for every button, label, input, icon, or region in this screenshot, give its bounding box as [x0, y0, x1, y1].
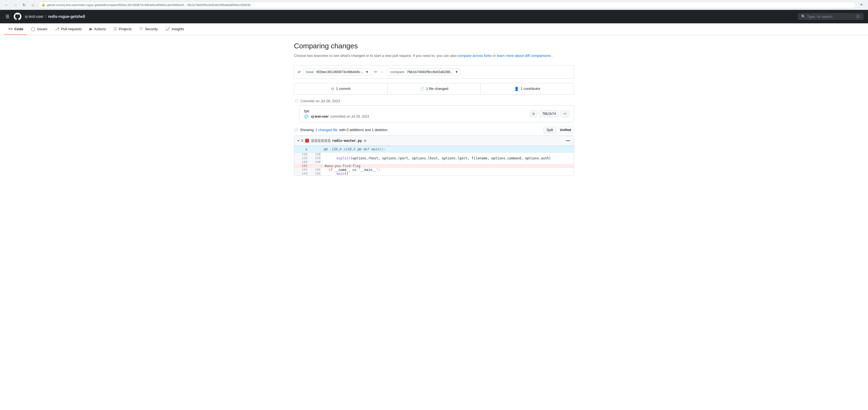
commits-stat: ⊙ 1 commit: [294, 83, 388, 94]
line-num-right: 138: [307, 152, 320, 156]
commits-section: Commits on Jul 28, 2023 tye xj-test-user…: [294, 99, 574, 122]
split-view-button[interactable]: Split: [544, 127, 556, 133]
files-changed-count: 1 file changed: [426, 87, 448, 91]
commit-card: tye xj-test-user committed on Jul 28, 20…: [300, 105, 574, 122]
line-content: if __name__ == '__main__':: [320, 168, 574, 172]
diff-comparisons-link[interactable]: learn more about diff comparisons: [497, 54, 551, 58]
table-row: 138 138: [294, 152, 574, 156]
copy-path-button[interactable]: ⧉: [363, 138, 367, 143]
breadcrumb: xj-test-user / redis-rogue-getshell: [25, 14, 85, 19]
commit-icon: ⊙: [331, 87, 334, 91]
line-content: exploit(options.rhost, options.rport, op…: [320, 156, 574, 160]
line-num-right: 141: [307, 168, 320, 172]
base-label: base:: [306, 70, 315, 74]
chevron-down-icon-2: ▾: [456, 70, 458, 74]
more-options-button[interactable]: •••: [565, 138, 570, 143]
new-tab-button[interactable]: +: [858, 2, 865, 8]
insights-icon: 📈: [165, 27, 170, 31]
commit-info: tye xj-test-user committed on Jul 28, 20…: [304, 109, 369, 119]
line-num-left-deleted: 141: [294, 164, 307, 168]
pull-request-icon: ⎇: [55, 27, 59, 31]
file-changed-header: 📄 Showing 1 changed file with 0 addition…: [294, 127, 574, 133]
unified-view-button[interactable]: Unified: [557, 127, 574, 133]
commit-action-text: committed on Jul 28, 2023: [331, 115, 369, 118]
compare-arrows-icon: ⇄: [298, 69, 301, 74]
browse-files-button[interactable]: <>: [561, 111, 569, 117]
contributors-stat: 👤 1 contributor: [481, 83, 574, 94]
url-text: github.com/xj-test-user/redis-rogue-gets…: [47, 3, 250, 7]
nav-issues[interactable]: ◯ Issues: [27, 23, 51, 35]
file-name: redis-master.py: [332, 139, 362, 143]
stats-bar: ⊙ 1 commit 📄 1 file changed 👤 1 contribu…: [294, 83, 574, 94]
search-icon: 🔍: [801, 14, 805, 19]
contributors-count: 1 contributor: [521, 87, 540, 91]
github-header: ☰ xj-test-user / redis-rogue-getshell 🔍 …: [0, 10, 868, 23]
org-link[interactable]: xj-test-user: [25, 14, 44, 19]
compare-branch-select[interactable]: compare: 76b1b74b92f9cc6ef2a6298... ▾: [387, 68, 461, 76]
back-button[interactable]: ←: [3, 2, 10, 8]
search-shortcut: /: [856, 14, 860, 19]
commit-actions: ⧉ 76b1b74 <>: [530, 111, 569, 117]
commit-hash-link[interactable]: 76b1b74: [539, 111, 559, 117]
line-num-left: 143: [294, 172, 307, 176]
line-num-right: 139: [307, 156, 320, 160]
breadcrumb-separator: /: [45, 14, 46, 19]
search-placeholder: Type / to search: [807, 14, 854, 19]
repo-navigation: <> Code ◯ Issues ⎇ Pull requests ▶ Actio…: [0, 23, 868, 35]
compare-forks-link[interactable]: compare across forks: [458, 54, 492, 58]
showing-icon: 📄: [294, 128, 298, 132]
chevron-down-icon: ▾: [366, 70, 368, 74]
nav-insights[interactable]: 📈 Insights: [161, 23, 188, 35]
nav-actions-label: Actions: [94, 27, 106, 31]
hunk-header-row: ⇅ @@ -138,6 +138,5 @@ def main():: [294, 146, 574, 152]
code-icon: <>: [8, 27, 12, 31]
page-subtitle: Choose two branches to see what's change…: [294, 53, 574, 59]
url-bar[interactable]: 🔒 github.com/xj-test-user/redis-rogue-ge…: [38, 2, 856, 8]
base-value: 6f2bec361360873c49b4e6c...: [316, 70, 363, 74]
nav-projects-label: Projects: [119, 27, 131, 31]
files-changed-stat: 📄 1 file changed: [388, 83, 481, 94]
file-icon: 📄: [420, 87, 424, 91]
compare-bar: ⇄ base: 6f2bec361360873c49b4e6c... ▾ •••…: [294, 65, 574, 79]
nav-code[interactable]: <> Code: [4, 23, 27, 35]
compare-label: compare:: [390, 70, 405, 74]
nav-insights-label: Insights: [172, 27, 184, 31]
forward-button[interactable]: →: [12, 2, 19, 8]
global-search[interactable]: 🔍 Type / to search /: [798, 13, 864, 20]
diff-file-header-left: ▾ ⇅ redis-master.py ⧉: [298, 138, 563, 143]
diff-container: ▾ ⇅ redis-master.py ⧉ •••: [294, 136, 574, 176]
nav-pull-requests[interactable]: ⎇ Pull requests: [51, 23, 86, 35]
line-content: [320, 152, 574, 156]
table-row: 142 141 if __name__ == '__main__':: [294, 168, 574, 172]
hamburger-menu[interactable]: ☰: [4, 13, 10, 20]
file-count-badge: [305, 139, 309, 143]
github-logo: [14, 12, 22, 20]
issues-icon: ◯: [31, 27, 35, 31]
view-toggle: Split Unified: [544, 127, 574, 133]
nav-actions[interactable]: ▶ Actions: [86, 23, 110, 35]
line-content: main(): [320, 172, 574, 176]
nav-projects[interactable]: ☷ Projects: [110, 23, 135, 35]
collapse-diff-button[interactable]: ▾: [298, 139, 299, 143]
person-icon: 👤: [514, 87, 519, 91]
browser-chrome: ← → ↻ ⌂ 🔒 github.com/xj-test-user/redis-…: [0, 0, 868, 10]
home-button[interactable]: ⌂: [30, 2, 36, 8]
commit-user-link[interactable]: xj-test-user: [311, 115, 329, 118]
arrow-left-icon: ←: [380, 70, 384, 74]
line-num-right: 142: [307, 172, 320, 176]
security-icon: 🛡: [139, 27, 143, 31]
expand-icon: ⇅: [301, 139, 304, 143]
commits-date-label: Commits on Jul 28, 2023: [301, 99, 340, 103]
line-num-right-empty: [307, 164, 320, 168]
changed-files-link[interactable]: 1 changed file: [315, 128, 338, 132]
file-color-blocks: [311, 139, 331, 142]
table-row: 141 - #wow-you-find-flag: [294, 164, 574, 168]
nav-security-label: Security: [145, 27, 158, 31]
base-branch-select[interactable]: base: 6f2bec361360873c49b4e6c... ▾: [303, 68, 371, 76]
main-content: Comparing changes Choose two branches to…: [283, 35, 585, 182]
avatar: [304, 114, 308, 119]
page-title: Comparing changes: [294, 42, 574, 50]
copy-commit-hash-button[interactable]: ⧉: [530, 111, 537, 117]
nav-security[interactable]: 🛡 Security: [135, 23, 161, 35]
reload-button[interactable]: ↻: [21, 2, 28, 8]
